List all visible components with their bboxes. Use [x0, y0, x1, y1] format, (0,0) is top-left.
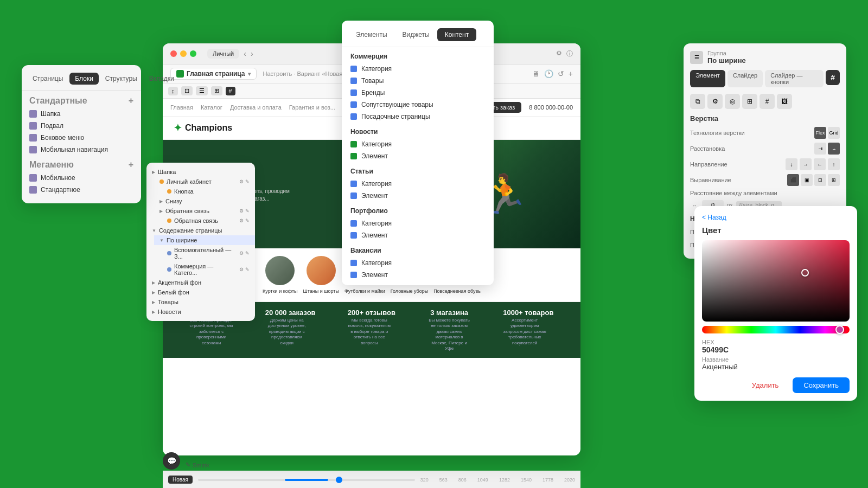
rp-tab-element[interactable]: Элемент	[690, 70, 725, 87]
tool-list[interactable]: ☰	[196, 86, 208, 95]
rp-tab-slider[interactable]: Слайдер	[727, 70, 763, 87]
block-item-mobile-nav[interactable]: Мобильная навигация	[22, 144, 141, 156]
action-duplicate[interactable]: ⧉	[690, 94, 705, 109]
tree-shapka[interactable]: ▶ Шапка	[146, 167, 255, 177]
cm-item-news-element[interactable]: Элемент	[342, 150, 494, 162]
cm-item-landing[interactable]: Посадочные страницы	[342, 111, 494, 123]
tree-soderzhanie[interactable]: ▼ Содержание страницы	[146, 226, 255, 235]
save-color-button[interactable]: Сохранить	[793, 377, 850, 393]
rasstanovka-1[interactable]: ⫣	[814, 143, 826, 155]
nav-delivery[interactable]: Доставка и оплата	[230, 104, 282, 111]
block-item-podval[interactable]: Подвал	[22, 120, 141, 132]
tab-structures[interactable]: Структуры	[100, 73, 143, 85]
grid-option[interactable]: Grid	[828, 127, 840, 139]
name-value[interactable]: Акцентный	[702, 363, 850, 371]
nav-warranty[interactable]: Гарантия и воз...	[289, 104, 335, 111]
action-lock[interactable]: #	[760, 94, 775, 109]
tree-tovary[interactable]: ▶ Товары	[146, 297, 255, 307]
block-item-mobile-mega[interactable]: Мобильное	[22, 172, 141, 184]
cm-tab-content[interactable]: Контент	[437, 28, 476, 41]
desktop-icon[interactable]: 🖥	[532, 69, 540, 78]
tree-snizu[interactable]: ▶ Снизу	[154, 196, 255, 206]
cm-item-articles-element[interactable]: Элемент	[342, 190, 494, 202]
block-item-standard-mega[interactable]: Стандартное	[22, 184, 141, 196]
cm-item-news-category[interactable]: Категория	[342, 138, 494, 150]
tool-select[interactable]: ↕	[168, 87, 178, 95]
color-gradient-picker[interactable]	[702, 240, 850, 322]
align-1[interactable]: ⬛	[787, 174, 799, 186]
hash-button[interactable]: #	[826, 70, 840, 85]
category-item-1[interactable]: Штаны и шорты	[303, 256, 339, 294]
dropdown-icon[interactable]: ▾	[248, 71, 251, 77]
nav-forward[interactable]: ›	[251, 49, 253, 58]
flex-option[interactable]: Flex	[814, 127, 826, 139]
info-icon[interactable]: ⓘ	[566, 49, 573, 59]
tab-pages[interactable]: Страницы	[27, 73, 68, 85]
action-settings[interactable]: ⚙	[707, 94, 723, 109]
align-2[interactable]: ▣	[801, 174, 813, 186]
clock-icon[interactable]: 🕐	[544, 69, 553, 78]
block-item-shapka[interactable]: Шапка	[22, 108, 141, 120]
tool-grid[interactable]: ⊞	[211, 86, 222, 95]
hex-value[interactable]: 50499C	[702, 345, 850, 354]
cm-item-articles-category[interactable]: Категория	[342, 178, 494, 190]
action-move[interactable]: ⊞	[742, 94, 757, 109]
user-badge[interactable]: Личный	[207, 49, 239, 59]
cm-tab-widgets[interactable]: Виджеты	[395, 28, 437, 41]
action-visibility[interactable]: ◎	[725, 94, 740, 109]
tree-vspom-1[interactable]: Вспомогательный — З... ⚙✎	[162, 245, 255, 261]
tab-blocks[interactable]: Блоки	[69, 73, 99, 85]
cm-item-category-0[interactable]: Категория	[342, 63, 494, 75]
tree-obratnaya[interactable]: ▶ Обратная связь ⚙✎	[154, 206, 255, 216]
add-icon[interactable]: +	[569, 69, 573, 78]
category-item-0[interactable]: Куртки и кофты	[263, 256, 297, 294]
cm-item-portfolio-category[interactable]: Категория	[342, 217, 494, 229]
align-3[interactable]: ⊡	[814, 174, 826, 186]
ruler-thumb[interactable]	[336, 477, 342, 483]
cm-item-brands[interactable]: Бренды	[342, 87, 494, 99]
tool-hash[interactable]: #	[226, 87, 235, 95]
block-item-sidebar[interactable]: Боковое меню	[22, 132, 141, 144]
cm-tab-elements[interactable]: Элементы	[348, 28, 395, 41]
maximize-button[interactable]	[190, 50, 196, 57]
rasstanovka-2[interactable]: ⫠	[828, 143, 840, 155]
rp-tab-slider-btns[interactable]: Слайдер — кнопки	[765, 70, 824, 87]
ruler-bar[interactable]	[198, 479, 415, 481]
back-button[interactable]: < Назад	[702, 214, 850, 221]
tab-tabs[interactable]: Вкладки	[144, 73, 180, 85]
nav-catalog[interactable]: Каталог	[201, 104, 222, 111]
tool-frame[interactable]: ⊡	[181, 86, 193, 95]
minimize-button[interactable]	[180, 50, 187, 57]
tree-novosti[interactable]: ▶ Новости	[146, 307, 255, 317]
delete-color-button[interactable]: Удалить	[743, 377, 788, 393]
action-image[interactable]: 🖼	[777, 94, 792, 109]
dir-up[interactable]: ↑	[828, 158, 840, 170]
hue-bar[interactable]	[702, 326, 850, 333]
nav-home[interactable]: Главная	[170, 104, 193, 111]
tree-knopka-1[interactable]: Кнопка	[162, 187, 255, 196]
settings-icon[interactable]: ⚙	[556, 49, 562, 59]
align-4[interactable]: ⊞	[828, 174, 840, 186]
tree-komm-kateg[interactable]: Коммерция — Катего... ⚙✎	[162, 261, 255, 278]
tree-obratnaya-el[interactable]: Обратная связь ⚙✎	[162, 216, 255, 226]
add-megamenu-icon[interactable]: +	[129, 160, 133, 170]
cm-item-portfolio-element[interactable]: Элемент	[342, 229, 494, 241]
dir-right[interactable]: →	[800, 158, 812, 170]
tree-beliy-fon[interactable]: ▶ Белый фон	[146, 287, 255, 297]
group-icon: ☰	[690, 51, 703, 64]
tree-akcent-fon[interactable]: ▶ Акцентный фон	[146, 278, 255, 287]
dir-down[interactable]: ↓	[786, 158, 797, 170]
tree-lichniy[interactable]: Личный кабинет ⚙✎	[154, 177, 255, 187]
dir-left[interactable]: ←	[814, 158, 826, 170]
close-button[interactable]	[170, 50, 177, 57]
block-icon	[29, 186, 37, 194]
chat-button[interactable]: 💬	[163, 452, 180, 470]
cm-item-related[interactable]: Сопутствующие товары	[342, 99, 494, 111]
add-standard-icon[interactable]: +	[129, 96, 133, 106]
cm-item-vacancies-element[interactable]: Элемент	[342, 269, 494, 281]
cm-item-goods[interactable]: Товары	[342, 75, 494, 87]
cm-item-vacancies-category[interactable]: Категория	[342, 257, 494, 269]
refresh-icon[interactable]: ↺	[558, 69, 564, 78]
tree-po-shirine[interactable]: ▼ По ширине	[154, 235, 255, 245]
nav-back[interactable]: ‹	[244, 49, 246, 58]
